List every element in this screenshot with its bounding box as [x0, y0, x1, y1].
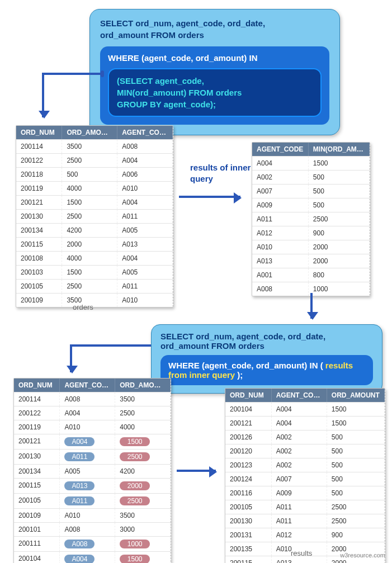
- inner-header: AGENT_CODE MIN(ORD_AMOUNT): [252, 143, 370, 156]
- sql2-l2: ord_amount FROM orders: [160, 341, 373, 351]
- cell: A010: [252, 240, 309, 254]
- sql-inner-l1: (SELECT agent_code,: [117, 75, 313, 87]
- sql2-where-pre: WHERE (agent_code, ord_amount) IN (: [168, 361, 325, 370]
- table-row: 2001194000A010: [16, 181, 173, 195]
- cell: 200134: [14, 465, 60, 478]
- cell: 2500: [62, 154, 117, 167]
- match-table: ORD_NUM AGENT_CODE ORD_AMOUNT 200114A008…: [13, 378, 171, 563]
- match-h1: ORD_NUM: [14, 379, 60, 392]
- table-row: 200121A0041500: [14, 434, 171, 449]
- cell: 200105: [16, 280, 62, 293]
- arrow-match-to-results: [177, 470, 216, 472]
- cell: 200114: [16, 140, 62, 153]
- cell: A011: [272, 514, 327, 528]
- pill-agent: A004: [64, 437, 95, 446]
- table-row: 200121A0041500: [225, 416, 385, 430]
- cell: A010: [60, 509, 115, 522]
- table-row: 200116A009500: [225, 486, 385, 500]
- cell: 500: [327, 472, 385, 486]
- cell: A004: [272, 417, 327, 430]
- cell: A001: [252, 268, 309, 282]
- results-h3: ORD_AMOUNT: [327, 389, 385, 402]
- cell: A009: [272, 486, 327, 500]
- cell: 1500: [62, 266, 117, 279]
- cell: 3000: [115, 523, 171, 536]
- cell: A010: [117, 182, 173, 195]
- cell: 200130: [225, 514, 272, 528]
- cell: 2500: [327, 514, 385, 528]
- cell: A004: [272, 403, 327, 416]
- cell: 200135: [225, 542, 272, 556]
- results-header: ORD_NUM AGENT_CODE ORD_AMOUNT: [225, 389, 385, 402]
- cell: 2500: [62, 280, 117, 293]
- cell: A008: [60, 537, 115, 551]
- cell: 200121: [14, 434, 60, 449]
- cell: 500: [327, 444, 385, 458]
- cell: A008: [60, 523, 115, 536]
- table-row: A012900: [252, 226, 370, 240]
- pill-agent: A011: [64, 496, 95, 505]
- orders-h3: AGENT_CODE: [117, 126, 173, 139]
- cell: 4000: [62, 182, 117, 195]
- cell: 200116: [225, 486, 272, 500]
- table-row: 200134A0054200: [14, 464, 171, 478]
- cell: 900: [327, 528, 385, 542]
- cell: A011: [117, 280, 173, 293]
- table-row: 200114A0083500: [14, 392, 171, 406]
- table-row: A002500: [252, 170, 370, 184]
- note-inner-results: results of inner query: [190, 162, 252, 184]
- cell: 1000: [115, 537, 171, 551]
- table-row: 200131A012900: [225, 528, 385, 542]
- cell: A002: [252, 171, 309, 184]
- table-row: 200130A0112500: [14, 449, 171, 464]
- cell: 2500: [327, 500, 385, 514]
- table-row: 2001222500A004: [16, 153, 173, 167]
- cell: A004: [117, 154, 173, 167]
- inner-results-table: AGENT_CODE MIN(ORD_AMOUNT) A0041500A0025…: [252, 142, 370, 296]
- cell: A013: [117, 238, 173, 251]
- table-row: A009500: [252, 198, 370, 212]
- table-row: 200104A0041500: [225, 402, 385, 416]
- orders-header: ORD_NUM ORD_AMOUNT AGENT_CODE: [16, 126, 173, 139]
- inner-h1: AGENT_CODE: [252, 143, 309, 156]
- sql2-l1: SELECT ord_num, agent_code, ord_date,: [160, 332, 373, 341]
- cell: 200114: [14, 392, 60, 406]
- cell: 200118: [16, 168, 62, 181]
- sql-outer-line1: SELECT ord_num, agent_code, ord_date,: [100, 17, 329, 29]
- cell: 200104: [225, 403, 272, 416]
- cell: 500: [327, 430, 385, 444]
- cell: 200105: [225, 500, 272, 514]
- cell: A006: [117, 168, 173, 181]
- cell: A012: [252, 226, 309, 240]
- sql-subquery-diagram: { "boxes": { "outer_l1": "SELECT ord_num…: [0, 0, 392, 563]
- cell: 200119: [16, 182, 62, 195]
- orders-table: ORD_NUM ORD_AMOUNT AGENT_CODE 2001143500…: [16, 125, 173, 307]
- cell: 200126: [225, 430, 272, 444]
- arrow-orders-to-inner-results: [179, 196, 240, 198]
- cell: 200121: [16, 196, 62, 209]
- cell: A002: [272, 458, 327, 472]
- cell: 1000: [309, 282, 370, 296]
- results-caption: results: [291, 549, 312, 557]
- arrow-inner-to-sql2: [310, 293, 313, 319]
- orders-caption: orders: [73, 303, 93, 311]
- table-row: 200119A0104000: [14, 420, 171, 434]
- table-row: 2001143500A008: [16, 139, 173, 153]
- sql-outer-line2: ord_amount FROM orders: [100, 29, 329, 41]
- cell: 500: [327, 458, 385, 472]
- table-row: 2001084000A004: [16, 251, 173, 265]
- table-row: 200105A0112500: [14, 493, 171, 508]
- cell: 200115: [225, 556, 272, 563]
- table-row: 200120A002500: [225, 444, 385, 458]
- results-h2: AGENT_CODE: [272, 389, 327, 402]
- cell: A002: [272, 444, 327, 458]
- sql-outer-reuse-box: SELECT ord_num, agent_code, ord_date, or…: [151, 324, 382, 394]
- table-row: 2001302500A011: [16, 209, 173, 223]
- cell: 200108: [16, 252, 62, 265]
- cell: 2000: [309, 254, 370, 268]
- cell: 2500: [309, 212, 370, 226]
- table-row: A001800: [252, 268, 370, 282]
- match-h2: AGENT_CODE: [60, 379, 115, 392]
- cell: A004: [117, 196, 173, 209]
- cell: 200120: [225, 444, 272, 458]
